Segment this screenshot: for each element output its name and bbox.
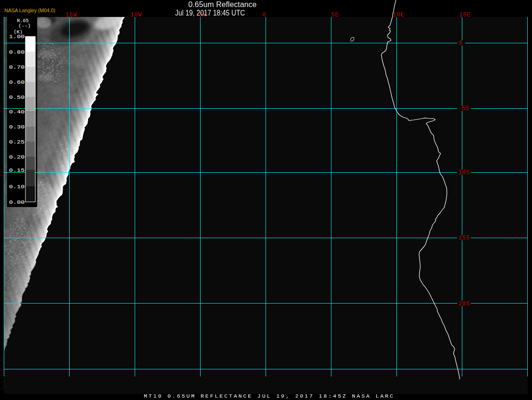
svg-text:0.80: 0.80 <box>9 49 25 55</box>
svg-text:0.65um Reflectance: 0.65um Reflectance <box>188 0 257 8</box>
svg-text:0.25: 0.25 <box>9 139 25 145</box>
svg-text:0.20: 0.20 <box>9 154 25 160</box>
svg-text:10E: 10E <box>393 12 405 18</box>
svg-text:NASA Langley (M04.0): NASA Langley (M04.0) <box>5 8 56 13</box>
svg-text:0.30: 0.30 <box>9 124 25 130</box>
svg-text:0.00: 0.00 <box>9 199 25 205</box>
svg-text:(--): (--) <box>18 23 31 29</box>
svg-text:10S: 10S <box>459 169 470 176</box>
svg-text:15S: 15S <box>459 235 470 241</box>
svg-text:15W: 15W <box>66 12 78 18</box>
svg-text:10W: 10W <box>131 12 143 18</box>
svg-text:5S: 5S <box>462 105 470 112</box>
svg-text:0.50: 0.50 <box>9 94 25 100</box>
svg-text:15E: 15E <box>459 12 471 18</box>
svg-text:0.10: 0.10 <box>9 184 25 190</box>
svg-text:0: 0 <box>263 12 266 18</box>
svg-text:0: 0 <box>459 40 463 47</box>
svg-text:1.00: 1.00 <box>9 33 25 40</box>
svg-text:0.70: 0.70 <box>9 64 25 70</box>
svg-text:0.40: 0.40 <box>9 109 25 115</box>
svg-text:0.60: 0.60 <box>9 79 25 85</box>
svg-text:0.15: 0.15 <box>9 167 25 173</box>
svg-text:20S: 20S <box>459 301 470 307</box>
svg-text:Jul 19, 2017 18:45 UTC: Jul 19, 2017 18:45 UTC <box>175 9 245 17</box>
svg-text:5E: 5E <box>331 12 339 18</box>
